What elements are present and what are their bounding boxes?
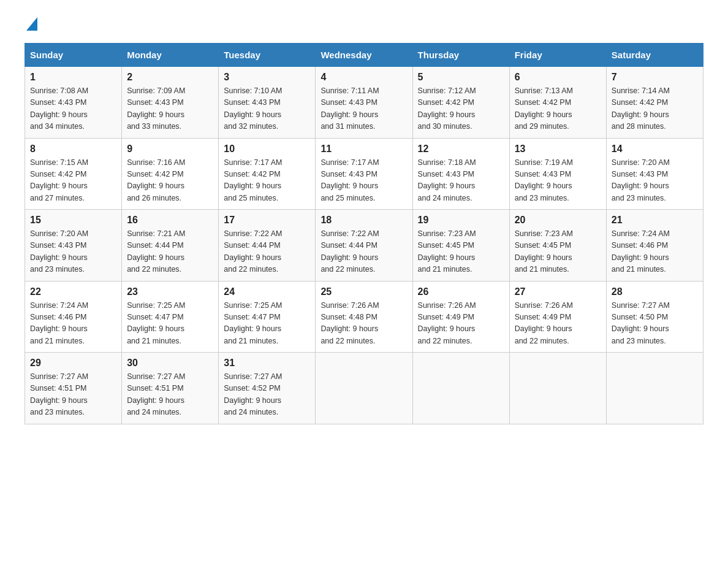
week-row-2: 8Sunrise: 7:15 AMSunset: 4:42 PMDaylight…	[25, 138, 703, 210]
day-cell: 16Sunrise: 7:21 AMSunset: 4:44 PMDayligh…	[122, 210, 219, 282]
day-info: Sunrise: 7:17 AMSunset: 4:42 PMDaylight:…	[224, 157, 310, 205]
day-number: 15	[30, 215, 116, 226]
day-number: 23	[127, 286, 213, 297]
day-cell: 31Sunrise: 7:27 AMSunset: 4:52 PMDayligh…	[219, 353, 316, 424]
day-number: 19	[418, 215, 504, 226]
day-cell: 10Sunrise: 7:17 AMSunset: 4:42 PMDayligh…	[219, 138, 316, 210]
day-info: Sunrise: 7:23 AMSunset: 4:45 PMDaylight:…	[418, 228, 504, 276]
day-number: 24	[224, 286, 310, 297]
day-number: 17	[224, 215, 310, 226]
day-number: 31	[224, 358, 310, 369]
day-cell	[412, 353, 509, 424]
day-number: 1	[30, 72, 116, 83]
day-cell: 7Sunrise: 7:14 AMSunset: 4:42 PMDaylight…	[606, 67, 703, 139]
day-info: Sunrise: 7:26 AMSunset: 4:49 PMDaylight:…	[418, 300, 504, 348]
day-number: 9	[127, 144, 213, 155]
day-info: Sunrise: 7:20 AMSunset: 4:43 PMDaylight:…	[612, 157, 698, 205]
header-cell-sunday: Sunday	[25, 44, 122, 67]
day-info: Sunrise: 7:21 AMSunset: 4:44 PMDaylight:…	[127, 228, 213, 276]
day-info: Sunrise: 7:26 AMSunset: 4:49 PMDaylight:…	[515, 300, 601, 348]
day-number: 25	[320, 286, 407, 297]
day-number: 5	[418, 72, 504, 83]
day-info: Sunrise: 7:12 AMSunset: 4:42 PMDaylight:…	[418, 85, 504, 133]
day-info: Sunrise: 7:23 AMSunset: 4:45 PMDaylight:…	[515, 228, 601, 276]
day-number: 13	[515, 144, 601, 155]
day-number: 3	[224, 72, 310, 83]
day-cell: 6Sunrise: 7:13 AMSunset: 4:42 PMDaylight…	[509, 67, 606, 139]
logo-triangle-icon	[26, 17, 37, 31]
logo	[25, 18, 37, 31]
calendar-body: 1Sunrise: 7:08 AMSunset: 4:43 PMDaylight…	[25, 67, 703, 424]
day-info: Sunrise: 7:27 AMSunset: 4:51 PMDaylight:…	[30, 371, 116, 419]
svg-marker-0	[26, 17, 37, 31]
day-number: 30	[127, 358, 213, 369]
day-cell: 29Sunrise: 7:27 AMSunset: 4:51 PMDayligh…	[25, 353, 122, 424]
day-info: Sunrise: 7:14 AMSunset: 4:42 PMDaylight:…	[612, 85, 698, 133]
day-cell: 25Sunrise: 7:26 AMSunset: 4:48 PMDayligh…	[316, 281, 412, 353]
day-cell: 21Sunrise: 7:24 AMSunset: 4:46 PMDayligh…	[606, 210, 703, 282]
day-number: 10	[224, 144, 310, 155]
calendar-table: SundayMondayTuesdayWednesdayThursdayFrid…	[25, 43, 703, 424]
day-cell: 9Sunrise: 7:16 AMSunset: 4:42 PMDaylight…	[122, 138, 219, 210]
day-cell: 12Sunrise: 7:18 AMSunset: 4:43 PMDayligh…	[412, 138, 509, 210]
day-info: Sunrise: 7:27 AMSunset: 4:51 PMDaylight:…	[127, 371, 213, 419]
day-cell: 5Sunrise: 7:12 AMSunset: 4:42 PMDaylight…	[412, 67, 509, 139]
day-cell: 17Sunrise: 7:22 AMSunset: 4:44 PMDayligh…	[219, 210, 316, 282]
day-info: Sunrise: 7:27 AMSunset: 4:52 PMDaylight:…	[224, 371, 310, 419]
day-cell: 24Sunrise: 7:25 AMSunset: 4:47 PMDayligh…	[219, 281, 316, 353]
day-number: 7	[612, 72, 698, 83]
header-cell-monday: Monday	[122, 44, 219, 67]
day-cell: 11Sunrise: 7:17 AMSunset: 4:43 PMDayligh…	[316, 138, 412, 210]
day-cell: 26Sunrise: 7:26 AMSunset: 4:49 PMDayligh…	[412, 281, 509, 353]
day-info: Sunrise: 7:10 AMSunset: 4:43 PMDaylight:…	[224, 85, 310, 133]
day-info: Sunrise: 7:11 AMSunset: 4:43 PMDaylight:…	[320, 85, 407, 133]
day-cell	[606, 353, 703, 424]
day-info: Sunrise: 7:16 AMSunset: 4:42 PMDaylight:…	[127, 157, 213, 205]
header-cell-saturday: Saturday	[606, 44, 703, 67]
day-cell: 22Sunrise: 7:24 AMSunset: 4:46 PMDayligh…	[25, 281, 122, 353]
day-info: Sunrise: 7:25 AMSunset: 4:47 PMDaylight:…	[224, 300, 310, 348]
day-number: 14	[612, 144, 698, 155]
day-info: Sunrise: 7:27 AMSunset: 4:50 PMDaylight:…	[612, 300, 698, 348]
day-info: Sunrise: 7:13 AMSunset: 4:42 PMDaylight:…	[515, 85, 601, 133]
day-info: Sunrise: 7:19 AMSunset: 4:43 PMDaylight:…	[515, 157, 601, 205]
day-info: Sunrise: 7:17 AMSunset: 4:43 PMDaylight:…	[320, 157, 407, 205]
day-info: Sunrise: 7:24 AMSunset: 4:46 PMDaylight:…	[30, 300, 116, 348]
week-row-5: 29Sunrise: 7:27 AMSunset: 4:51 PMDayligh…	[25, 353, 703, 424]
day-cell: 4Sunrise: 7:11 AMSunset: 4:43 PMDaylight…	[316, 67, 412, 139]
day-cell: 13Sunrise: 7:19 AMSunset: 4:43 PMDayligh…	[509, 138, 606, 210]
day-number: 29	[30, 358, 116, 369]
day-info: Sunrise: 7:08 AMSunset: 4:43 PMDaylight:…	[30, 85, 116, 133]
day-cell: 3Sunrise: 7:10 AMSunset: 4:43 PMDaylight…	[219, 67, 316, 139]
day-cell: 2Sunrise: 7:09 AMSunset: 4:43 PMDaylight…	[122, 67, 219, 139]
day-number: 22	[30, 286, 116, 297]
day-cell: 18Sunrise: 7:22 AMSunset: 4:44 PMDayligh…	[316, 210, 412, 282]
day-number: 28	[612, 286, 698, 297]
header-cell-tuesday: Tuesday	[219, 44, 316, 67]
day-cell: 27Sunrise: 7:26 AMSunset: 4:49 PMDayligh…	[509, 281, 606, 353]
day-number: 21	[612, 215, 698, 226]
day-number: 12	[418, 144, 504, 155]
day-info: Sunrise: 7:20 AMSunset: 4:43 PMDaylight:…	[30, 228, 116, 276]
day-number: 26	[418, 286, 504, 297]
day-number: 18	[320, 215, 407, 226]
day-number: 27	[515, 286, 601, 297]
day-number: 20	[515, 215, 601, 226]
day-info: Sunrise: 7:18 AMSunset: 4:43 PMDaylight:…	[418, 157, 504, 205]
day-cell: 30Sunrise: 7:27 AMSunset: 4:51 PMDayligh…	[122, 353, 219, 424]
week-row-3: 15Sunrise: 7:20 AMSunset: 4:43 PMDayligh…	[25, 210, 703, 282]
day-info: Sunrise: 7:26 AMSunset: 4:48 PMDaylight:…	[320, 300, 407, 348]
day-number: 6	[515, 72, 601, 83]
header-row: SundayMondayTuesdayWednesdayThursdayFrid…	[25, 44, 703, 67]
day-cell: 14Sunrise: 7:20 AMSunset: 4:43 PMDayligh…	[606, 138, 703, 210]
day-number: 4	[320, 72, 407, 83]
day-info: Sunrise: 7:09 AMSunset: 4:43 PMDaylight:…	[127, 85, 213, 133]
day-number: 11	[320, 144, 407, 155]
calendar-header: SundayMondayTuesdayWednesdayThursdayFrid…	[25, 44, 703, 67]
day-cell: 28Sunrise: 7:27 AMSunset: 4:50 PMDayligh…	[606, 281, 703, 353]
week-row-1: 1Sunrise: 7:08 AMSunset: 4:43 PMDaylight…	[25, 67, 703, 139]
header-cell-wednesday: Wednesday	[316, 44, 412, 67]
day-cell: 23Sunrise: 7:25 AMSunset: 4:47 PMDayligh…	[122, 281, 219, 353]
day-cell: 1Sunrise: 7:08 AMSunset: 4:43 PMDaylight…	[25, 67, 122, 139]
day-cell	[509, 353, 606, 424]
